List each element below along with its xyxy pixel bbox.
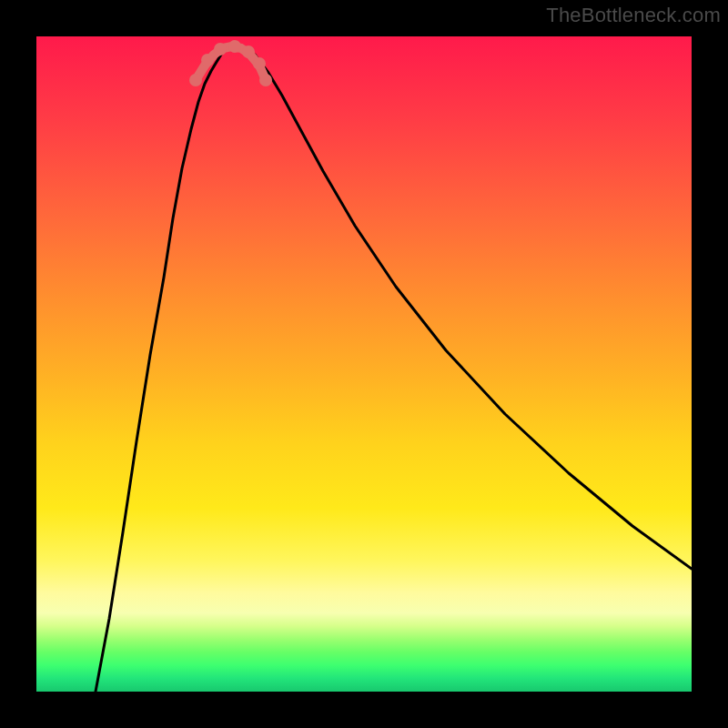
marker-point [242,46,255,58]
marker-point [253,57,266,70]
watermark-text: TheBottleneck.com [546,4,721,27]
marker-point [201,54,214,66]
plot-area [36,36,692,692]
series-left-branch [96,55,221,692]
series-right-branch [255,55,692,569]
chart-frame: TheBottleneck.com [0,0,728,728]
marker-point [189,74,202,86]
marker-point [214,43,227,56]
marker-point [259,74,272,86]
curve-svg [36,36,692,692]
marker-point [228,40,241,53]
